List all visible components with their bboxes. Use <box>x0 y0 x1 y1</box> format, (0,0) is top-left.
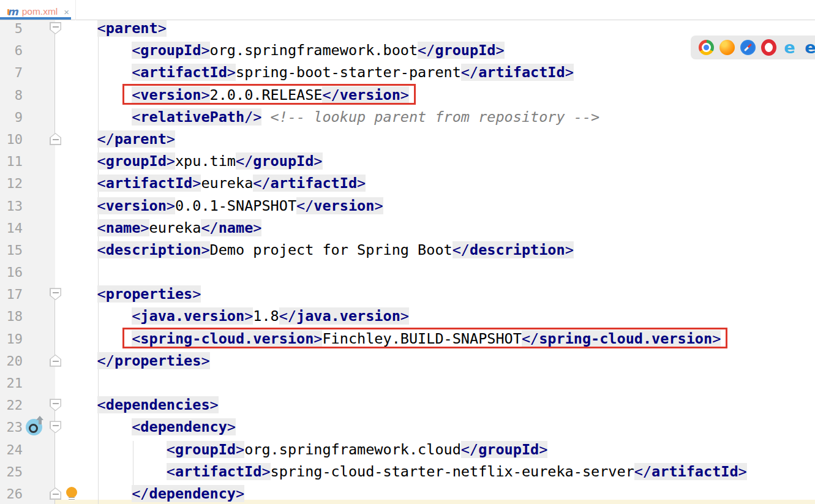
maven-file-icon: m <box>7 7 18 17</box>
code-editor[interactable]: 5 <parent>6 <groupId>org.springframework… <box>0 20 815 504</box>
fold-marker[interactable] <box>50 355 61 367</box>
fold-marker[interactable] <box>50 133 61 145</box>
code-text[interactable]: <relativePath/> <!-- lookup parent from … <box>61 109 815 131</box>
code-text[interactable]: </parent> <box>61 131 815 153</box>
fold-column <box>49 308 61 330</box>
gutter-icon-area <box>23 198 49 220</box>
fold-column <box>49 464 61 486</box>
code-text[interactable]: </dependency> <box>61 486 815 504</box>
code-line-9[interactable]: 9 <relativePath/> <!-- lookup parent fro… <box>0 109 815 131</box>
code-text[interactable]: <properties> <box>61 286 815 308</box>
chrome-icon[interactable] <box>699 40 714 55</box>
line-number: 16 <box>0 264 23 286</box>
code-line-26[interactable]: 26 </dependency> <box>0 486 815 504</box>
code-text[interactable]: <dependencies> <box>61 397 815 419</box>
fold-marker[interactable] <box>50 487 61 500</box>
code-text[interactable] <box>61 264 815 286</box>
code-line-8[interactable]: 8 <version>2.0.0.RELEASE</version> <box>0 87 815 109</box>
code-line-13[interactable]: 13 <version>0.0.1-SNAPSHOT</version> <box>0 198 815 220</box>
code-text[interactable]: </properties> <box>61 353 815 375</box>
tab-close-icon[interactable]: × <box>64 7 69 17</box>
opera-icon[interactable] <box>761 39 776 56</box>
gutter-icon-area <box>23 242 49 264</box>
line-number: 26 <box>0 486 23 504</box>
intention-lightbulb-icon[interactable] <box>66 487 77 498</box>
line-number: 19 <box>0 331 23 353</box>
fold-column <box>49 153 61 175</box>
code-line-10[interactable]: 10 </parent> <box>0 131 815 153</box>
gutter-icon-area <box>23 286 49 308</box>
fold-column <box>49 109 61 131</box>
code-line-16[interactable]: 16 <box>0 264 815 286</box>
line-number: 25 <box>0 464 23 486</box>
gutter-icon-area <box>23 20 49 42</box>
code-text[interactable]: <java.version>1.8</java.version> <box>61 308 815 330</box>
internet-explorer-icon[interactable]: e <box>782 40 797 55</box>
fold-column <box>49 397 61 419</box>
code-line-21[interactable]: 21 <box>0 375 815 397</box>
gutter-icon-area <box>23 308 49 330</box>
firefox-icon[interactable] <box>719 40 735 55</box>
code-text[interactable]: <spring-cloud.version>Finchley.BUILD-SNA… <box>61 331 815 353</box>
code-text[interactable]: <groupId>xpu.tim</groupId> <box>61 153 815 175</box>
code-text[interactable]: <artifactId>eureka</artifactId> <box>61 175 815 197</box>
line-number: 10 <box>0 131 23 153</box>
editor-tab-bar: m pom.xml × <box>0 0 815 20</box>
code-text[interactable]: <version>0.0.1-SNAPSHOT</version> <box>61 198 815 220</box>
fold-column <box>49 175 61 197</box>
fold-column <box>49 331 61 353</box>
code-line-11[interactable]: 11 <groupId>xpu.tim</groupId> <box>0 153 815 175</box>
code-text[interactable]: <dependency> <box>61 419 815 441</box>
safari-icon[interactable] <box>740 40 756 55</box>
line-number: 8 <box>0 87 23 109</box>
fold-column <box>49 286 61 308</box>
code-text[interactable]: <artifactId>spring-cloud-starter-netflix… <box>61 464 815 486</box>
fold-column <box>49 419 61 441</box>
fold-column <box>49 42 61 64</box>
code-line-17[interactable]: 17 <properties> <box>0 286 815 308</box>
code-line-19[interactable]: 19 <spring-cloud.version>Finchley.BUILD-… <box>0 331 815 353</box>
override-gutter-icon[interactable] <box>26 419 42 435</box>
code-line-25[interactable]: 25 <artifactId>spring-cloud-starter-netf… <box>0 464 815 486</box>
gutter-icon-area <box>23 42 49 64</box>
code-line-23[interactable]: 23 <dependency> <box>0 419 815 441</box>
fold-marker[interactable] <box>50 421 61 433</box>
line-number: 15 <box>0 242 23 264</box>
code-text[interactable]: <version>2.0.0.RELEASE</version> <box>61 87 815 109</box>
code-text[interactable]: <artifactId>spring-boot-starter-parent</… <box>61 64 815 86</box>
code-text[interactable] <box>61 375 815 397</box>
gutter-icon-area <box>23 153 49 175</box>
line-number: 18 <box>0 308 23 330</box>
red-highlight-box: <version>2.0.0.RELEASE</version> <box>132 86 409 103</box>
browser-preview-toolbar: e e <box>691 36 815 59</box>
line-number: 14 <box>0 220 23 242</box>
line-number: 7 <box>0 64 23 86</box>
code-line-7[interactable]: 7 <artifactId>spring-boot-starter-parent… <box>0 64 815 86</box>
gutter-icon-area <box>23 64 49 86</box>
fold-marker[interactable] <box>50 22 61 34</box>
code-line-15[interactable]: 15 <description>Demo project for Spring … <box>0 242 815 264</box>
edge-icon[interactable]: e <box>803 40 815 55</box>
fold-marker[interactable] <box>50 399 61 411</box>
code-line-24[interactable]: 24 <groupId>org.springframework.cloud</g… <box>0 442 815 464</box>
line-number: 13 <box>0 198 23 220</box>
gutter-icon-area <box>23 264 49 286</box>
fold-column <box>49 242 61 264</box>
line-number: 23 <box>0 419 23 441</box>
code-text[interactable]: <description>Demo project for Spring Boo… <box>61 242 815 264</box>
code-text[interactable]: <name>eureka</name> <box>61 220 815 242</box>
line-number: 9 <box>0 109 23 131</box>
gutter-icon-area <box>23 353 49 375</box>
code-line-20[interactable]: 20 </properties> <box>0 353 815 375</box>
code-line-14[interactable]: 14 <name>eureka</name> <box>0 220 815 242</box>
fold-column <box>49 442 61 464</box>
code-line-22[interactable]: 22 <dependencies> <box>0 397 815 419</box>
fold-column <box>49 64 61 86</box>
fold-column <box>49 198 61 220</box>
code-line-18[interactable]: 18 <java.version>1.8</java.version> <box>0 308 815 330</box>
code-line-12[interactable]: 12 <artifactId>eureka</artifactId> <box>0 175 815 197</box>
code-text[interactable]: <groupId>org.springframework.cloud</grou… <box>61 442 815 464</box>
fold-marker[interactable] <box>50 288 61 300</box>
line-number: 22 <box>0 397 23 419</box>
gutter-icon-area <box>23 220 49 242</box>
